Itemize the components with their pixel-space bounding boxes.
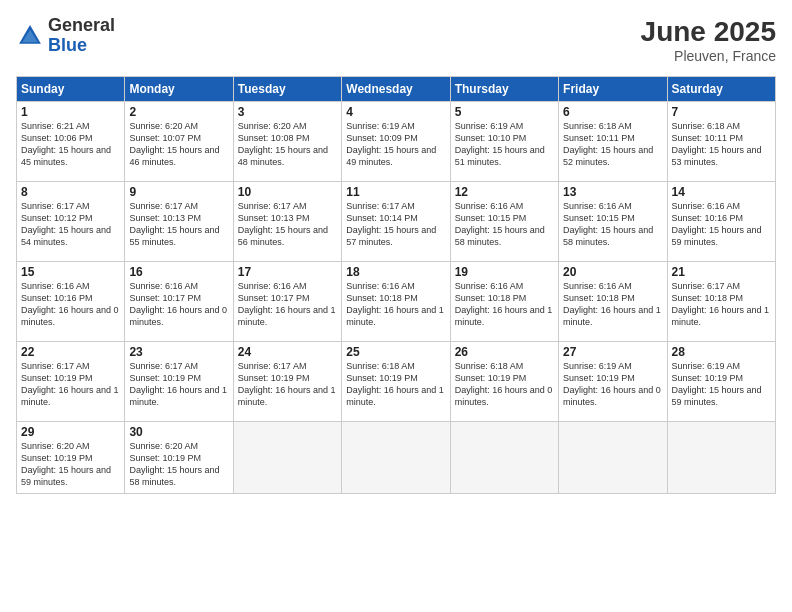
calendar-week-row: 1Sunrise: 6:21 AMSunset: 10:06 PMDayligh… [17,102,776,182]
calendar-cell: 16Sunrise: 6:16 AMSunset: 10:17 PMDaylig… [125,262,233,342]
day-number: 17 [238,265,337,279]
day-info: Sunrise: 6:17 AMSunset: 10:19 PMDaylight… [129,360,228,409]
day-info: Sunrise: 6:17 AMSunset: 10:13 PMDaylight… [129,200,228,249]
day-number: 21 [672,265,771,279]
day-info: Sunrise: 6:17 AMSunset: 10:14 PMDaylight… [346,200,445,249]
calendar-cell: 9Sunrise: 6:17 AMSunset: 10:13 PMDayligh… [125,182,233,262]
day-number: 20 [563,265,662,279]
day-number: 7 [672,105,771,119]
calendar-table: SundayMondayTuesdayWednesdayThursdayFrid… [16,76,776,494]
calendar-cell: 21Sunrise: 6:17 AMSunset: 10:18 PMDaylig… [667,262,775,342]
day-number: 18 [346,265,445,279]
day-info: Sunrise: 6:16 AMSunset: 10:16 PMDaylight… [21,280,120,329]
day-info: Sunrise: 6:17 AMSunset: 10:13 PMDaylight… [238,200,337,249]
day-info: Sunrise: 6:20 AMSunset: 10:08 PMDaylight… [238,120,337,169]
calendar-cell: 10Sunrise: 6:17 AMSunset: 10:13 PMDaylig… [233,182,341,262]
day-number: 30 [129,425,228,439]
calendar-cell: 6Sunrise: 6:18 AMSunset: 10:11 PMDayligh… [559,102,667,182]
day-number: 25 [346,345,445,359]
calendar-cell: 7Sunrise: 6:18 AMSunset: 10:11 PMDayligh… [667,102,775,182]
header: General Blue June 2025 Pleuven, France [16,16,776,64]
calendar-header-row: SundayMondayTuesdayWednesdayThursdayFrid… [17,77,776,102]
page: General Blue June 2025 Pleuven, France S… [0,0,792,612]
calendar-cell: 12Sunrise: 6:16 AMSunset: 10:15 PMDaylig… [450,182,558,262]
calendar-cell [342,422,450,494]
title-block: June 2025 Pleuven, France [641,16,776,64]
day-info: Sunrise: 6:20 AMSunset: 10:19 PMDaylight… [21,440,120,489]
calendar-cell: 25Sunrise: 6:18 AMSunset: 10:19 PMDaylig… [342,342,450,422]
day-info: Sunrise: 6:20 AMSunset: 10:07 PMDaylight… [129,120,228,169]
day-number: 15 [21,265,120,279]
month-year: June 2025 [641,16,776,48]
calendar-cell: 29Sunrise: 6:20 AMSunset: 10:19 PMDaylig… [17,422,125,494]
calendar-cell: 1Sunrise: 6:21 AMSunset: 10:06 PMDayligh… [17,102,125,182]
calendar-cell: 4Sunrise: 6:19 AMSunset: 10:09 PMDayligh… [342,102,450,182]
day-number: 19 [455,265,554,279]
day-info: Sunrise: 6:19 AMSunset: 10:19 PMDaylight… [563,360,662,409]
calendar-cell: 20Sunrise: 6:16 AMSunset: 10:18 PMDaylig… [559,262,667,342]
day-info: Sunrise: 6:16 AMSunset: 10:15 PMDaylight… [455,200,554,249]
logo-text: General Blue [48,16,115,56]
day-number: 11 [346,185,445,199]
day-number: 28 [672,345,771,359]
day-info: Sunrise: 6:16 AMSunset: 10:18 PMDaylight… [563,280,662,329]
calendar-cell: 3Sunrise: 6:20 AMSunset: 10:08 PMDayligh… [233,102,341,182]
day-info: Sunrise: 6:17 AMSunset: 10:19 PMDaylight… [21,360,120,409]
calendar-cell: 22Sunrise: 6:17 AMSunset: 10:19 PMDaylig… [17,342,125,422]
calendar-cell: 2Sunrise: 6:20 AMSunset: 10:07 PMDayligh… [125,102,233,182]
day-number: 13 [563,185,662,199]
day-number: 10 [238,185,337,199]
day-number: 26 [455,345,554,359]
day-number: 22 [21,345,120,359]
calendar-week-row: 22Sunrise: 6:17 AMSunset: 10:19 PMDaylig… [17,342,776,422]
column-header-tuesday: Tuesday [233,77,341,102]
calendar-cell: 17Sunrise: 6:16 AMSunset: 10:17 PMDaylig… [233,262,341,342]
day-number: 12 [455,185,554,199]
day-info: Sunrise: 6:16 AMSunset: 10:17 PMDaylight… [238,280,337,329]
day-number: 9 [129,185,228,199]
day-info: Sunrise: 6:18 AMSunset: 10:19 PMDaylight… [455,360,554,409]
calendar-cell: 15Sunrise: 6:16 AMSunset: 10:16 PMDaylig… [17,262,125,342]
day-info: Sunrise: 6:17 AMSunset: 10:18 PMDaylight… [672,280,771,329]
calendar-cell [450,422,558,494]
calendar-week-row: 8Sunrise: 6:17 AMSunset: 10:12 PMDayligh… [17,182,776,262]
calendar-cell: 28Sunrise: 6:19 AMSunset: 10:19 PMDaylig… [667,342,775,422]
day-info: Sunrise: 6:19 AMSunset: 10:09 PMDaylight… [346,120,445,169]
day-info: Sunrise: 6:19 AMSunset: 10:19 PMDaylight… [672,360,771,409]
day-number: 5 [455,105,554,119]
day-number: 27 [563,345,662,359]
location: Pleuven, France [641,48,776,64]
column-header-monday: Monday [125,77,233,102]
column-header-thursday: Thursday [450,77,558,102]
column-header-saturday: Saturday [667,77,775,102]
calendar-cell: 27Sunrise: 6:19 AMSunset: 10:19 PMDaylig… [559,342,667,422]
day-info: Sunrise: 6:16 AMSunset: 10:16 PMDaylight… [672,200,771,249]
logo-icon [16,22,44,50]
calendar-cell: 11Sunrise: 6:17 AMSunset: 10:14 PMDaylig… [342,182,450,262]
day-number: 1 [21,105,120,119]
calendar-cell: 26Sunrise: 6:18 AMSunset: 10:19 PMDaylig… [450,342,558,422]
calendar-cell: 14Sunrise: 6:16 AMSunset: 10:16 PMDaylig… [667,182,775,262]
calendar-cell [667,422,775,494]
calendar-cell: 8Sunrise: 6:17 AMSunset: 10:12 PMDayligh… [17,182,125,262]
calendar-cell: 18Sunrise: 6:16 AMSunset: 10:18 PMDaylig… [342,262,450,342]
day-info: Sunrise: 6:21 AMSunset: 10:06 PMDaylight… [21,120,120,169]
column-header-friday: Friday [559,77,667,102]
day-number: 2 [129,105,228,119]
day-number: 6 [563,105,662,119]
day-info: Sunrise: 6:16 AMSunset: 10:18 PMDaylight… [346,280,445,329]
calendar-cell: 23Sunrise: 6:17 AMSunset: 10:19 PMDaylig… [125,342,233,422]
day-info: Sunrise: 6:16 AMSunset: 10:17 PMDaylight… [129,280,228,329]
calendar-cell: 5Sunrise: 6:19 AMSunset: 10:10 PMDayligh… [450,102,558,182]
day-info: Sunrise: 6:16 AMSunset: 10:18 PMDaylight… [455,280,554,329]
logo-blue: Blue [48,36,115,56]
day-number: 23 [129,345,228,359]
day-number: 16 [129,265,228,279]
day-info: Sunrise: 6:17 AMSunset: 10:19 PMDaylight… [238,360,337,409]
column-header-sunday: Sunday [17,77,125,102]
calendar-week-row: 15Sunrise: 6:16 AMSunset: 10:16 PMDaylig… [17,262,776,342]
calendar-cell: 13Sunrise: 6:16 AMSunset: 10:15 PMDaylig… [559,182,667,262]
day-number: 29 [21,425,120,439]
day-info: Sunrise: 6:18 AMSunset: 10:19 PMDaylight… [346,360,445,409]
logo-general: General [48,16,115,36]
